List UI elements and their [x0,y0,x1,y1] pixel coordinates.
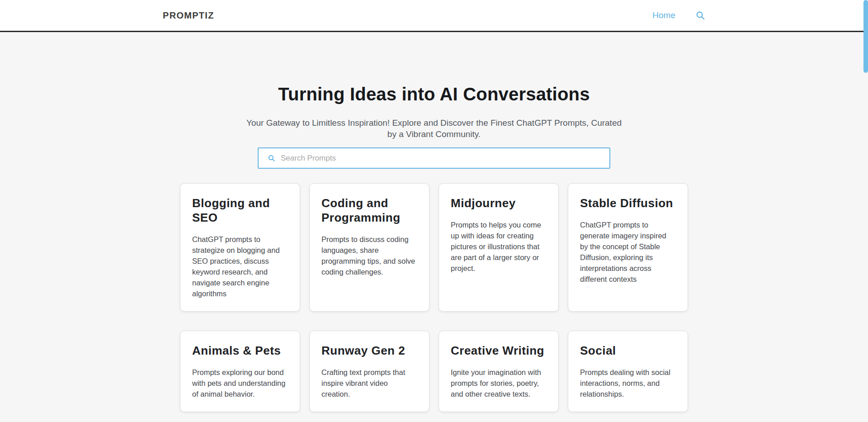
category-title: Stable Diffusion [580,196,676,210]
category-description: Prompts to helps you come up with ideas … [451,219,547,274]
category-card-midjourney[interactable]: Midjourney Prompts to helps you come up … [439,183,559,312]
category-title: Midjourney [451,196,547,210]
category-title: Creative Writing [451,343,547,358]
page-subtitle: Your Gateway to Limitless Inspiration! E… [0,117,868,140]
category-title: Animals & Pets [192,343,288,358]
category-description: ChatGPT prompts to strategize on bloggin… [192,234,288,299]
category-card-social[interactable]: Social Prompts dealing with social inter… [568,331,688,412]
search-icon [268,154,275,162]
page-title: Turning Ideas into AI Conversations [0,84,868,104]
nav-link-home[interactable]: Home [652,10,675,20]
category-title: Blogging and SEO [192,196,288,225]
scrollbar-thumb[interactable] [863,0,868,73]
category-description: Prompts dealing with social interactions… [580,367,676,399]
category-card-animals-pets[interactable]: Animals & Pets Prompts exploring our bon… [180,331,300,412]
navbar-menu: Home [652,10,705,20]
prompt-search-bar[interactable] [258,147,610,169]
navbar-container: PROMPTIZ Home [163,10,705,21]
category-title: Social [580,343,676,358]
category-card-blogging-and-seo[interactable]: Blogging and SEO ChatGPT prompts to stra… [180,183,300,312]
category-description: Prompts to discuss coding languages, sha… [321,234,417,277]
hero-section: Turning Ideas into AI Conversations Your… [0,32,868,421]
category-card-stable-diffusion[interactable]: Stable Diffusion ChatGPT prompts to gene… [568,183,688,312]
site-logo[interactable]: PROMPTIZ [163,10,214,21]
search-input[interactable] [281,154,602,163]
navbar: PROMPTIZ Home [0,0,868,32]
category-card-creative-writing[interactable]: Creative Writing Ignite your imagination… [439,331,559,412]
category-title: Runway Gen 2 [321,343,417,358]
category-card-runway-gen-2[interactable]: Runway Gen 2 Crafting text prompts that … [309,331,429,412]
category-grid: Blogging and SEO ChatGPT prompts to stra… [180,183,688,421]
category-card-coding-and-programming[interactable]: Coding and Programming Prompts to discus… [309,183,429,312]
search-icon[interactable] [695,10,705,20]
category-title: Coding and Programming [321,196,417,225]
category-description: Ignite your imagination with prompts for… [451,367,547,399]
category-description: Prompts exploring our bond with pets and… [192,367,288,399]
category-description: ChatGPT prompts to generate imagery insp… [580,219,676,284]
category-description: Crafting text prompts that inspire vibra… [321,367,417,399]
